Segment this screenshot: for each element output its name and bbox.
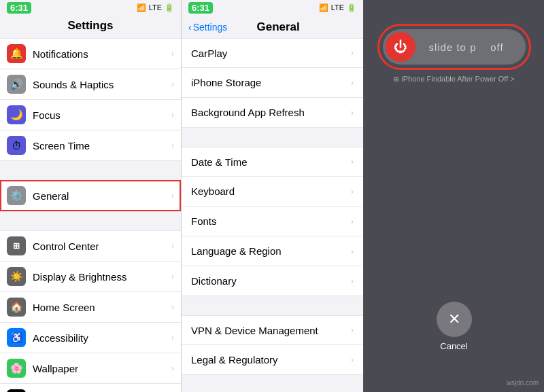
slide-pill[interactable]: ⏻ slide to p off	[383, 29, 526, 65]
dictionary-label: Dictionary	[191, 275, 237, 287]
accessibility-icon: ♿	[7, 328, 26, 347]
general-item-date-time[interactable]: Date & Time ›	[182, 147, 363, 177]
general-panel: 6:31 📶 LTE 🔋 ‹ Settings General CarPlay …	[181, 0, 363, 392]
findable-text: ⊕ iPhone Findable After Power Off >	[393, 75, 514, 84]
date-time-label: Date & Time	[191, 156, 248, 168]
siri-icon: 🎙	[7, 389, 26, 392]
general-item-legal[interactable]: Legal & Regulatory ›	[182, 345, 363, 375]
sounds-icon: 🔊	[7, 75, 26, 94]
display-chevron: ›	[171, 272, 174, 281]
battery-icon-p2: 🔋	[347, 3, 356, 12]
dictionary-chevron: ›	[351, 277, 354, 286]
settings-item-notifications[interactable]: 🔔 Notifications ›	[0, 38, 181, 69]
general-item-iphone-storage[interactable]: iPhone Storage ›	[182, 68, 363, 98]
settings-list: 🔔 Notifications › 🔊 Sounds & Haptics › 🌙…	[0, 38, 181, 392]
fonts-chevron: ›	[351, 217, 354, 226]
wallpaper-chevron: ›	[171, 363, 174, 373]
settings-item-sounds[interactable]: 🔊 Sounds & Haptics ›	[0, 69, 181, 100]
general-item-language[interactable]: Language & Region ›	[182, 236, 363, 266]
display-icon: ☀️	[7, 267, 26, 286]
control-center-label: Control Center	[33, 240, 169, 252]
vpn-chevron: ›	[351, 325, 354, 335]
screen-time-chevron: ›	[171, 141, 174, 150]
settings-item-siri[interactable]: 🎙 Siri & Search ›	[0, 384, 181, 392]
accessibility-label: Accessibility	[33, 332, 169, 344]
power-button-icon: ⏻	[386, 32, 415, 62]
settings-item-accessibility[interactable]: ♿ Accessibility ›	[0, 323, 181, 353]
settings-item-home-screen[interactable]: 🏠 Home Screen ›	[0, 292, 181, 323]
settings-item-control-center[interactable]: ⊞ Control Center ›	[0, 230, 181, 262]
settings-section-2: ⚙️ General ›	[0, 180, 181, 211]
settings-item-wallpaper[interactable]: 🌸 Wallpaper ›	[0, 353, 181, 384]
general-gap-1	[182, 128, 363, 147]
notifications-icon: 🔔	[7, 44, 26, 63]
general-item-fonts[interactable]: Fonts ›	[182, 207, 363, 236]
carplay-label: CarPlay	[191, 48, 227, 59]
wallpaper-label: Wallpaper	[33, 363, 169, 374]
home-screen-chevron: ›	[171, 302, 174, 312]
cancel-button[interactable]: ✕	[437, 302, 472, 337]
control-center-chevron: ›	[171, 241, 174, 251]
general-item-keyboard[interactable]: Keyboard ›	[182, 177, 363, 207]
settings-panel: 6:31 📶 LTE 🔋 Settings 🔔 Notifications › …	[0, 0, 181, 392]
status-time-p1: 6:31	[7, 2, 31, 14]
power-off-panel: ⏻ slide to p off ⊕ iPhone Findable After…	[363, 0, 544, 392]
general-gap-3	[182, 375, 363, 392]
focus-chevron: ›	[171, 110, 174, 120]
screen-time-icon: ⏱	[7, 136, 26, 155]
wallpaper-icon: 🌸	[7, 359, 26, 378]
carplay-chevron: ›	[351, 48, 354, 58]
general-gap-2	[182, 296, 363, 315]
settings-item-focus[interactable]: 🌙 Focus ›	[0, 100, 181, 130]
general-item-carplay[interactable]: CarPlay ›	[182, 38, 363, 68]
general-item-vpn[interactable]: VPN & Device Management ›	[182, 315, 363, 345]
home-screen-label: Home Screen	[33, 302, 169, 313]
general-label: General	[33, 190, 169, 202]
control-center-icon: ⊞	[7, 236, 26, 255]
lte-label-p2: LTE	[331, 3, 344, 12]
date-time-chevron: ›	[351, 157, 354, 166]
battery-icon: 🔋	[165, 3, 174, 12]
settings-item-display[interactable]: ☀️ Display & Brightness ›	[0, 262, 181, 292]
settings-section-1: 🔔 Notifications › 🔊 Sounds & Haptics › 🌙…	[0, 38, 181, 161]
legal-chevron: ›	[351, 355, 354, 365]
general-section-2: Date & Time › Keyboard › Fonts › Languag…	[182, 147, 363, 296]
fonts-label: Fonts	[191, 215, 217, 227]
general-header: ‹ Settings General	[182, 15, 363, 38]
slide-to-power-off-container: ⏻ slide to p off	[381, 27, 528, 67]
back-button[interactable]: ‹ Settings	[188, 22, 227, 33]
sounds-label: Sounds & Haptics	[33, 79, 169, 90]
focus-label: Focus	[33, 109, 169, 121]
keyboard-label: Keyboard	[191, 185, 235, 197]
general-section-3: VPN & Device Management › Legal & Regula…	[182, 315, 363, 375]
notifications-chevron: ›	[171, 49, 174, 58]
language-label: Language & Region	[191, 245, 282, 257]
power-off-panel-wrapper: ⏻ slide to p off ⊕ iPhone Findable After…	[363, 0, 544, 392]
iphone-storage-chevron: ›	[351, 78, 354, 88]
accessibility-chevron: ›	[171, 333, 174, 342]
signal-icon-p2: 📶	[319, 3, 328, 12]
notifications-label: Notifications	[33, 48, 169, 60]
display-label: Display & Brightness	[33, 271, 169, 283]
back-chevron-icon: ‹	[188, 22, 192, 33]
cancel-button-container: ✕ Cancel	[437, 302, 472, 351]
settings-item-general[interactable]: ⚙️ General ›	[0, 180, 181, 211]
status-bar-p2: 6:31 📶 LTE 🔋	[182, 0, 363, 15]
legal-label: Legal & Regulatory	[191, 354, 278, 366]
watermark: wsjdn.com	[507, 379, 539, 387]
background-refresh-label: Background App Refresh	[191, 107, 305, 118]
status-icons-p2: 📶 LTE 🔋	[319, 3, 356, 12]
slide-text: slide to p off	[415, 41, 523, 53]
sounds-chevron: ›	[171, 79, 174, 89]
general-item-dictionary[interactable]: Dictionary ›	[182, 266, 363, 296]
lte-label: LTE	[149, 3, 162, 12]
cancel-x-icon: ✕	[448, 310, 460, 328]
general-list: CarPlay › iPhone Storage › Background Ap…	[182, 38, 363, 392]
general-item-background-refresh[interactable]: Background App Refresh ›	[182, 98, 363, 128]
general-section-1: CarPlay › iPhone Storage › Background Ap…	[182, 38, 363, 128]
settings-title: Settings	[0, 15, 181, 38]
settings-item-screen-time[interactable]: ⏱ Screen Time ›	[0, 130, 181, 161]
keyboard-chevron: ›	[351, 187, 354, 196]
status-bar-p1: 6:31 📶 LTE 🔋	[0, 0, 181, 15]
general-chevron: ›	[171, 191, 174, 200]
